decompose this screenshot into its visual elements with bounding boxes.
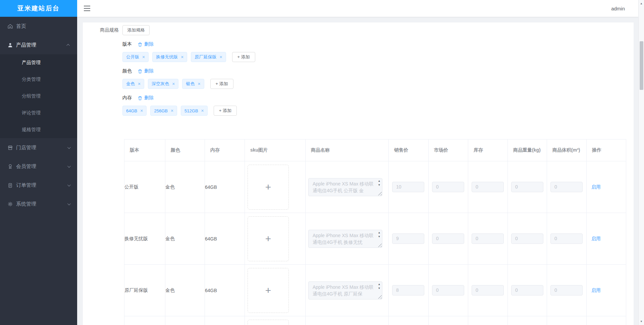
close-icon[interactable]: × — [181, 55, 183, 59]
user-menu[interactable]: admin — [611, 0, 625, 17]
delete-group-link[interactable]: 删除 — [144, 68, 154, 74]
scroll-down-icon[interactable]: ▼ — [378, 235, 381, 238]
close-icon[interactable]: × — [198, 82, 200, 86]
volume-input[interactable]: 0 — [550, 285, 583, 295]
close-icon[interactable]: × — [219, 55, 222, 59]
sidebar-item-order-management[interactable]: 订单管理 — [0, 176, 77, 195]
sale-price-input[interactable]: 8 — [392, 285, 424, 295]
add-tag-button[interactable]: + 添加 — [232, 52, 255, 62]
col-header-sale-price: 销售价 — [389, 140, 429, 161]
content-card: 商品规格 添加规格 版本 删除 公开版× 换修无忧版× 原厂延保版× + 添加 … — [83, 22, 634, 325]
spec-group-name: 颜色 — [122, 68, 132, 74]
weight-input[interactable]: 0 — [511, 233, 543, 244]
delete-group-link[interactable]: 删除 — [144, 95, 154, 101]
product-name-textarea[interactable]: Apple iPhone XS Max 移动联通电信4G手机 公开版 金 ▲▼ — [308, 178, 382, 196]
sale-price-input[interactable]: 10 — [392, 182, 424, 192]
cell-memory: 64GB — [205, 213, 245, 265]
col-header-market-price: 市场价 — [429, 140, 468, 161]
enable-link[interactable]: 启用 — [591, 287, 601, 293]
scrollbar-thumb[interactable] — [640, 41, 643, 90]
close-icon[interactable]: × — [201, 108, 204, 113]
scroll-up-icon[interactable]: ▲ — [378, 231, 381, 234]
cell-volume — [547, 316, 587, 325]
tag-label: 512GB — [184, 108, 198, 113]
col-header-actions: 操作 — [587, 140, 626, 161]
scroll-down-icon[interactable]: ▼ — [378, 183, 381, 187]
sale-price-input[interactable]: 9 — [392, 233, 424, 244]
sidebar-subitem-comment[interactable]: 评论管理 — [0, 105, 77, 121]
hamburger-menu-icon[interactable] — [84, 6, 90, 11]
product-name-textarea[interactable]: Apple iPhone XS Max 移动联通电信4G手机 原厂延保 ▲▼ — [308, 281, 382, 300]
cell-memory: 64GB — [205, 265, 245, 316]
sidebar-item-home[interactable]: 首页 — [0, 17, 77, 36]
sidebar-item-product-management[interactable]: 产品管理 — [0, 36, 77, 54]
market-price-input[interactable]: 0 — [432, 182, 464, 192]
sidebar-item-system-management[interactable]: 系统管理 — [0, 195, 77, 213]
delete-group-link[interactable]: 删除 — [144, 41, 154, 47]
col-header-color: 颜色 — [165, 140, 205, 161]
user-icon — [7, 42, 13, 48]
tag-label: 银色 — [186, 81, 195, 87]
topbar: admin — [77, 0, 638, 17]
table-header-row: 版本 颜色 内存 sku图片 商品名称 销售价 市场价 库存 商品重量(kg) … — [124, 140, 626, 161]
volume-input[interactable]: 0 — [550, 182, 583, 192]
scrollbar-down-icon[interactable]: ▼ — [639, 319, 644, 324]
sidebar-item-store-management[interactable]: 门店管理 — [0, 138, 77, 157]
cell-product-name — [306, 316, 389, 325]
page-scrollbar[interactable]: ▲ ▼ — [638, 0, 644, 325]
spec-tag: 512GB× — [181, 106, 208, 116]
weight-input[interactable]: 0 — [511, 182, 543, 192]
table-row: 公开版 金色 64GB + Apple iPhone XS Max 移动联通电信… — [124, 161, 626, 213]
enable-link[interactable]: 启用 — [591, 184, 601, 189]
sidebar-subitem-spec[interactable]: 规格管理 — [0, 121, 77, 138]
trash-icon[interactable] — [138, 42, 143, 47]
plus-icon: + — [265, 233, 271, 245]
scroll-up-icon[interactable]: ▲ — [378, 179, 381, 183]
col-header-memory: 内存 — [205, 140, 245, 161]
col-header-stock: 库存 — [468, 140, 508, 161]
tag-label: 原厂延保版 — [195, 54, 216, 60]
sidebar-item-member-management[interactable]: 会员管理 — [0, 157, 77, 176]
sku-image-upload[interactable]: + — [248, 320, 289, 325]
cell-version — [124, 316, 165, 325]
badge-icon — [7, 164, 13, 169]
chevron-down-icon — [67, 202, 71, 205]
close-icon[interactable]: × — [140, 108, 143, 113]
sidebar-subitem-product[interactable]: 产品管理 — [0, 54, 77, 71]
sku-image-upload[interactable]: + — [248, 268, 289, 313]
cell-memory — [205, 316, 245, 325]
trash-icon[interactable] — [138, 96, 143, 101]
cell-color: 金色 — [165, 213, 205, 265]
market-price-input[interactable]: 0 — [432, 233, 464, 244]
trash-icon[interactable] — [138, 69, 143, 74]
spec-tag: 银色× — [182, 79, 204, 89]
weight-input[interactable]: 0 — [511, 285, 543, 295]
sidebar-item-label: 产品管理 — [16, 42, 36, 48]
scrollbar-up-icon[interactable]: ▲ — [639, 1, 644, 6]
close-icon[interactable]: × — [172, 82, 175, 86]
sidebar-subitem-category[interactable]: 分类管理 — [0, 71, 77, 88]
volume-input[interactable]: 0 — [550, 233, 583, 244]
add-spec-button[interactable]: 添加规格 — [122, 25, 150, 35]
product-name-text: Apple iPhone XS Max 移动联通电信4G手机 换修无忧 — [313, 233, 374, 245]
stock-input[interactable]: 0 — [472, 285, 504, 295]
sku-image-upload[interactable]: + — [248, 165, 289, 210]
sku-image-upload[interactable]: + — [248, 216, 289, 261]
enable-link[interactable]: 启用 — [591, 236, 601, 241]
product-name-textarea[interactable]: Apple iPhone XS Max 移动联通电信4G手机 换修无忧 ▲▼ — [308, 230, 382, 248]
sidebar-subitem-group[interactable]: 分组管理 — [0, 88, 77, 105]
scroll-up-icon[interactable]: ▲ — [378, 283, 381, 286]
stock-input[interactable]: 0 — [472, 233, 504, 244]
cell-weight — [508, 316, 547, 325]
add-tag-button[interactable]: + 添加 — [210, 79, 233, 89]
plus-icon: + — [265, 181, 271, 193]
close-icon[interactable]: × — [171, 108, 173, 113]
stock-input[interactable]: 0 — [472, 182, 504, 192]
scroll-down-icon[interactable]: ▼ — [378, 287, 381, 290]
add-tag-button[interactable]: + 添加 — [214, 106, 237, 116]
spec-group-version-tags: 公开版× 换修无忧版× 原厂延保版× + 添加 — [122, 52, 255, 62]
close-icon[interactable]: × — [138, 82, 141, 86]
close-icon[interactable]: × — [142, 55, 145, 59]
spec-section-label: 商品规格 — [100, 27, 119, 33]
market-price-input[interactable]: 0 — [432, 285, 464, 295]
